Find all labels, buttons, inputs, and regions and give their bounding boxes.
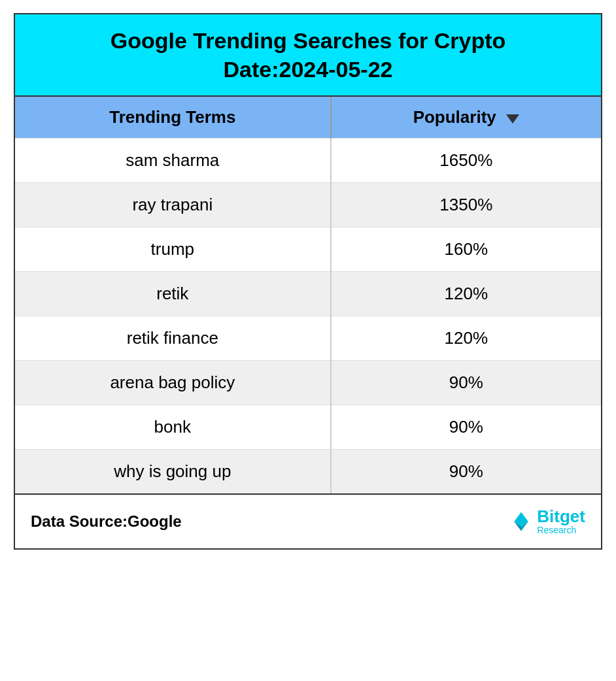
popularity-cell: 120% [331, 316, 601, 361]
title-line1: Google Trending Searches for Crypto [111, 28, 506, 53]
page-title: Google Trending Searches for Crypto Date… [22, 26, 594, 84]
trending-table: Trending Terms Popularity sam sharma1650… [15, 97, 601, 493]
bitget-brand-name: Bitget [537, 508, 585, 525]
term-cell: ray trapani [15, 183, 331, 227]
term-cell: why is going up [15, 450, 331, 494]
table-row: trump160% [15, 227, 601, 272]
bitget-icon [509, 510, 533, 533]
table-row: why is going up90% [15, 450, 601, 494]
popularity-cell: 1350% [331, 183, 601, 227]
bitget-brand-sub: Research [537, 525, 576, 535]
popularity-cell: 90% [331, 361, 601, 405]
footer: Data Source:Google Bitget Research [15, 493, 601, 548]
sort-arrow-icon [506, 114, 519, 124]
bitget-text: Bitget Research [537, 508, 585, 535]
popularity-cell: 1650% [331, 139, 601, 183]
term-cell: trump [15, 227, 331, 272]
table-row: sam sharma1650% [15, 139, 601, 183]
col-header-popularity: Popularity [331, 97, 601, 139]
popularity-cell: 90% [331, 450, 601, 494]
popularity-cell: 160% [331, 227, 601, 272]
term-cell: retik finance [15, 316, 331, 361]
term-cell: arena bag policy [15, 361, 331, 405]
page-title-block: Google Trending Searches for Crypto Date… [15, 14, 601, 97]
col-header-terms: Trending Terms [15, 97, 331, 139]
popularity-cell: 90% [331, 405, 601, 450]
title-line2: Date:2024-05-22 [224, 57, 393, 82]
table-row: ray trapani1350% [15, 183, 601, 227]
data-source-label: Data Source:Google [31, 512, 182, 531]
table-row: bonk90% [15, 405, 601, 450]
popularity-label: Popularity [413, 107, 496, 127]
term-cell: retik [15, 272, 331, 316]
term-cell: bonk [15, 405, 331, 450]
page-container: Google Trending Searches for Crypto Date… [14, 13, 602, 550]
term-cell: sam sharma [15, 139, 331, 183]
table-row: retik finance120% [15, 316, 601, 361]
table-row: retik120% [15, 272, 601, 316]
table-wrapper: Trending Terms Popularity sam sharma1650… [15, 97, 601, 493]
table-row: arena bag policy90% [15, 361, 601, 405]
bitget-logo: Bitget Research [509, 508, 585, 535]
popularity-cell: 120% [331, 272, 601, 316]
